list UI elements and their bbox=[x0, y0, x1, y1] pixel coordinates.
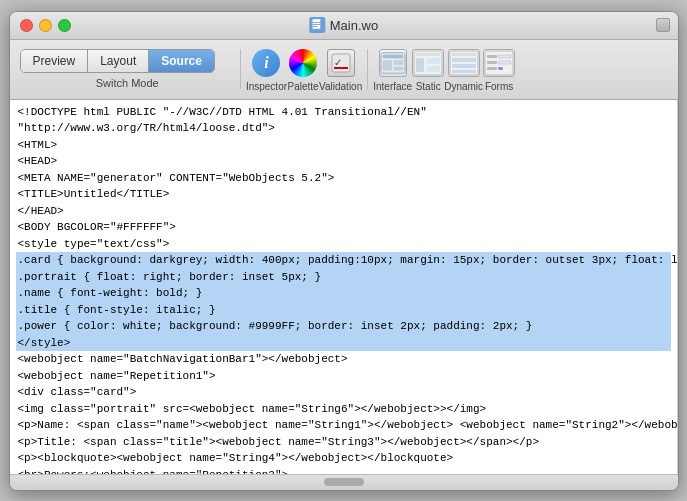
svg-rect-11 bbox=[394, 66, 403, 70]
svg-rect-26 bbox=[498, 61, 511, 64]
inspector-button[interactable]: i Inspector bbox=[246, 47, 287, 92]
code-editor[interactable]: <!DOCTYPE html PUBLIC "-//W3C//DTD HTML … bbox=[10, 100, 678, 474]
forms-label: Forms bbox=[485, 81, 513, 92]
forms-button[interactable]: Forms bbox=[483, 47, 515, 92]
code-line: <BODY BGCOLOR="#FFFFFF"> bbox=[16, 219, 671, 236]
code-line: <p>Name: <span class="name"><webobject n… bbox=[16, 417, 671, 434]
maximize-button[interactable] bbox=[58, 19, 71, 32]
code-line: .title { font-style: italic; } bbox=[16, 302, 671, 319]
divider-1 bbox=[240, 49, 241, 89]
interface-button[interactable]: Interface bbox=[373, 47, 412, 92]
source-button[interactable]: Source bbox=[149, 50, 214, 72]
switch-mode-section: Preview Layout Source Switch Mode bbox=[20, 49, 235, 89]
forms-icon bbox=[483, 47, 515, 79]
divider-2 bbox=[367, 49, 368, 89]
code-line: <br>Powers:<webobject name="Repetition2"… bbox=[16, 467, 671, 474]
svg-rect-24 bbox=[498, 55, 511, 58]
svg-rect-10 bbox=[394, 60, 403, 65]
preview-button[interactable]: Preview bbox=[21, 50, 89, 72]
code-line: .power { color: white; background: #9999… bbox=[16, 318, 671, 335]
svg-rect-28 bbox=[498, 67, 503, 70]
svg-rect-16 bbox=[426, 66, 440, 72]
title-bar: Main.wo bbox=[10, 12, 678, 40]
static-label: Static bbox=[416, 81, 441, 92]
code-line: <HEAD> bbox=[16, 153, 671, 170]
code-line: <!DOCTYPE html PUBLIC "-//W3C//DTD HTML … bbox=[16, 104, 671, 121]
svg-rect-25 bbox=[487, 61, 497, 64]
svg-rect-27 bbox=[487, 67, 497, 70]
svg-rect-15 bbox=[426, 58, 440, 64]
validation-button[interactable]: ✓ Validation bbox=[319, 47, 362, 92]
code-line: <p>Title: <span class="title"><webobject… bbox=[16, 434, 671, 451]
dynamic-icon bbox=[448, 47, 480, 79]
toolbar: Preview Layout Source Switch Mode i Insp… bbox=[10, 40, 678, 100]
code-line: <META NAME="generator" CONTENT="WebObjec… bbox=[16, 170, 671, 187]
horizontal-scroll-thumb[interactable] bbox=[324, 478, 364, 486]
code-line: .name { font-weight: bold; } bbox=[16, 285, 671, 302]
resize-button[interactable] bbox=[656, 18, 670, 32]
minimize-button[interactable] bbox=[39, 19, 52, 32]
code-line: <webobject name="Repetition1"> bbox=[16, 368, 671, 385]
validation-icon: ✓ bbox=[325, 47, 357, 79]
palette-button[interactable]: Palette bbox=[287, 47, 319, 92]
palette-icon bbox=[287, 47, 319, 79]
svg-rect-3 bbox=[312, 26, 317, 27]
svg-rect-1 bbox=[312, 22, 320, 23]
svg-rect-18 bbox=[452, 53, 476, 56]
svg-rect-2 bbox=[312, 24, 320, 25]
svg-rect-14 bbox=[416, 58, 424, 72]
dynamic-label: Dynamic bbox=[444, 81, 483, 92]
svg-rect-9 bbox=[382, 60, 391, 70]
code-line: <style type="text/css"> bbox=[16, 236, 671, 253]
traffic-lights bbox=[20, 19, 71, 32]
svg-rect-6 bbox=[334, 67, 348, 69]
static-button[interactable]: Static bbox=[412, 47, 444, 92]
palette-label: Palette bbox=[287, 81, 318, 92]
svg-rect-13 bbox=[416, 53, 440, 56]
dynamic-button[interactable]: Dynamic bbox=[444, 47, 483, 92]
inspector-icon: i bbox=[250, 47, 282, 79]
code-line: <HTML> bbox=[16, 137, 671, 154]
code-line: <p><blockquote><webobject name="String4"… bbox=[16, 450, 671, 467]
window-title: Main.wo bbox=[309, 17, 378, 33]
code-line: </style> bbox=[16, 335, 671, 352]
svg-rect-8 bbox=[382, 54, 402, 58]
code-line: <img class="portrait" src=<webobject nam… bbox=[16, 401, 671, 418]
code-line: .card { background: darkgrey; width: 400… bbox=[16, 252, 671, 269]
inspector-label: Inspector bbox=[246, 81, 287, 92]
bottom-scrollbar[interactable] bbox=[10, 474, 678, 490]
code-line: <webobject name="BatchNavigationBar1"></… bbox=[16, 351, 671, 368]
svg-rect-20 bbox=[452, 64, 476, 68]
static-icon bbox=[412, 47, 444, 79]
file-icon bbox=[309, 17, 325, 33]
mode-switcher: Preview Layout Source bbox=[20, 49, 215, 73]
interface-icon bbox=[377, 47, 409, 79]
svg-rect-19 bbox=[452, 58, 476, 62]
svg-rect-23 bbox=[487, 55, 497, 58]
code-line: "http://www.w3.org/TR/html4/loose.dtd"> bbox=[16, 120, 671, 137]
interface-label: Interface bbox=[373, 81, 412, 92]
code-line: </HEAD> bbox=[16, 203, 671, 220]
validation-label: Validation bbox=[319, 81, 362, 92]
code-line: <TITLE>Untitled</TITLE> bbox=[16, 186, 671, 203]
svg-rect-21 bbox=[452, 70, 476, 73]
code-line: .portrait { float: right; border: inset … bbox=[16, 269, 671, 286]
layout-button[interactable]: Layout bbox=[88, 50, 149, 72]
content-area: <!DOCTYPE html PUBLIC "-//W3C//DTD HTML … bbox=[10, 100, 678, 474]
switch-mode-label: Switch Mode bbox=[96, 77, 159, 89]
main-window: Main.wo Preview Layout Source Switch Mod… bbox=[9, 11, 679, 491]
code-line: <div class="card"> bbox=[16, 384, 671, 401]
svg-text:✓: ✓ bbox=[334, 57, 342, 68]
close-button[interactable] bbox=[20, 19, 33, 32]
